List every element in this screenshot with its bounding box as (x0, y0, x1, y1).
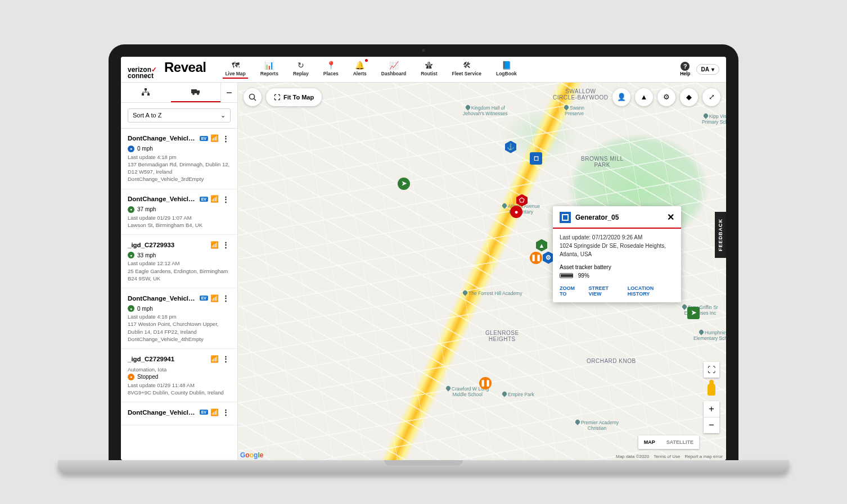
zoom-in-button[interactable]: + (704, 401, 719, 417)
nav-item-dashboard[interactable]: 📈Dashboard (379, 60, 408, 79)
vehicle-item[interactable]: DontChange_Vehicle_4thE...EV📶⋮●0 mphLast… (121, 288, 237, 349)
svg-point-6 (197, 93, 199, 95)
map-poi-label: SwannPreserve (564, 105, 584, 116)
map-marker[interactable]: ◻ (530, 152, 542, 165)
popup-location-history[interactable]: LOCATION HISTORY (628, 285, 674, 297)
feedback-tab[interactable]: FEEDBACK (715, 212, 726, 258)
fullscreen-icon: ⛶ (708, 365, 715, 374)
nav-item-livemap[interactable]: 🗺Live Map (223, 60, 247, 79)
nav-item-logbook[interactable]: 📘LogBook (494, 60, 519, 79)
search-icon (249, 93, 256, 101)
more-icon[interactable]: ⋮ (221, 134, 231, 143)
map-marker[interactable]: ❚❚ (530, 252, 542, 264)
nav-item-alerts[interactable]: 🔔Alerts (351, 60, 369, 79)
map-people-button[interactable]: 👤 (612, 88, 630, 106)
hierarchy-icon (141, 88, 150, 96)
svg-line-8 (254, 98, 256, 101)
sidebar-tab-hierarchy[interactable] (121, 83, 171, 102)
help-button[interactable]: ? Help (680, 62, 690, 76)
more-icon[interactable]: ⋮ (221, 294, 231, 302)
vehicle-status: 37 mph (137, 206, 156, 212)
map-search-button[interactable] (244, 88, 262, 106)
vehicle-name: _igd_C2729933 (128, 242, 208, 248)
signal-icon[interactable]: 📶 (210, 294, 219, 302)
pegman[interactable] (708, 383, 715, 396)
vehicle-item[interactable]: DontChange_Vehicle_With...EV📶⋮●37 mphLas… (121, 189, 237, 235)
svg-point-5 (192, 93, 195, 95)
signal-icon[interactable]: 📶 (210, 355, 219, 363)
vehicle-list[interactable]: DontChange_Vehicle_3rdE...EV📶⋮●0 mphLast… (121, 129, 237, 460)
more-icon[interactable]: ⋮ (221, 355, 231, 363)
map-marker[interactable]: ● (510, 206, 522, 218)
chevron-down-icon: ⌄ (220, 112, 226, 119)
sort-dropdown[interactable]: Sort A to Z ⌄ (128, 108, 231, 122)
battery-icon (560, 273, 573, 278)
fullscreen-button[interactable]: ⛶ (704, 362, 719, 378)
nav-item-fleet[interactable]: 🛠Fleet Service (450, 60, 484, 79)
map-poi-label: Kingdom Hall ofJehovah's Witnesses (463, 105, 508, 116)
brand-line2: connect (128, 73, 157, 79)
vehicle-item[interactable]: _igd_C2729933📶⋮●33 mphLast update 12:12 … (121, 235, 237, 288)
vehicle-item[interactable]: DontChange_Vehicle_1stE...EV📶⋮ (121, 402, 237, 425)
dashboard-icon: 📈 (389, 61, 399, 70)
nav-item-reports[interactable]: 📊Reports (258, 60, 281, 79)
vehicle-meta: DontChange_Vehicle_3rdEmpty (128, 175, 231, 183)
map-poi-label: The Forrest Hill Academy (463, 290, 522, 296)
user-menu[interactable]: DA ▾ (696, 64, 719, 75)
map-type-map[interactable]: MAP (638, 435, 661, 449)
nav-item-routist[interactable]: 🛣Routist (418, 60, 439, 79)
popup-title: Generator_05 (575, 214, 663, 221)
replay-icon: ↻ (298, 61, 304, 70)
more-icon[interactable]: ⋮ (221, 408, 231, 416)
status-icon: ● (128, 146, 134, 152)
signal-icon[interactable]: 📶 (210, 134, 219, 142)
svg-rect-3 (191, 89, 197, 93)
map-area-label: BROWNS MILLPARK (581, 156, 624, 168)
map-expand-button[interactable]: ⤢ (702, 88, 720, 106)
nav-item-places[interactable]: 📍Places (321, 60, 341, 79)
nav-label: Replay (293, 71, 309, 76)
map-sliders-button[interactable]: ⚙ (657, 88, 675, 106)
map-layers-button[interactable]: ◆ (680, 88, 698, 106)
ev-badge: EV (200, 136, 208, 141)
expand-icon: ⤢ (709, 93, 715, 101)
map-marker[interactable]: ➤ (398, 178, 410, 190)
more-icon[interactable]: ⋮ (221, 195, 231, 203)
signal-icon[interactable]: 📶 (210, 195, 219, 203)
vehicle-meta: Last update 4:18 pm (128, 153, 231, 161)
fit-to-map-button[interactable]: ⛶ Fit To Map (266, 88, 322, 106)
status-icon: ● (128, 252, 134, 258)
vehicle-meta: DontChange_Vehicle_4thEmpty (128, 335, 231, 343)
popup-street-view[interactable]: STREET VIEW (588, 285, 620, 297)
asset-icon (560, 212, 571, 223)
vehicle-item[interactable]: DontChange_Vehicle_3rdE...EV📶⋮●0 mphLast… (121, 129, 237, 189)
status-icon: ● (128, 374, 134, 380)
chevron-down-icon: ▾ (711, 66, 714, 72)
app-screen: verizon✓ connect Reveal 🗺Live Map📊Report… (121, 57, 726, 460)
sidebar: – Sort A to Z ⌄ DontChange_Vehicle_3rdE.… (121, 83, 238, 460)
sidebar-tab-vehicles[interactable] (171, 83, 221, 102)
vehicle-name: DontChange_Vehicle_4thE... (128, 295, 197, 302)
map-marker[interactable]: ❚❚ (479, 377, 492, 389)
map[interactable]: SWALLOWCIRCLE-BAYWOODBROWNS MILLPARKGLEN… (238, 83, 726, 460)
ev-badge: EV (200, 197, 208, 202)
ev-badge: EV (200, 296, 208, 301)
vehicle-item[interactable]: _igd_C2729941📶⋮Automation, Iota●StoppedL… (121, 349, 237, 402)
map-type-satellite[interactable]: SATELLITE (661, 435, 699, 449)
sidebar-collapse-button[interactable]: – (220, 83, 237, 102)
signal-icon[interactable]: 📶 (210, 408, 219, 416)
map-asset-button[interactable]: ▲ (635, 88, 653, 106)
popup-zoom-to[interactable]: ZOOM TO (560, 285, 582, 297)
triangle-icon: ▲ (641, 93, 648, 101)
vehicle-icon (191, 88, 201, 96)
signal-icon[interactable]: 📶 (210, 241, 219, 249)
zoom-out-button[interactable]: − (704, 417, 719, 433)
more-icon[interactable]: ⋮ (221, 240, 231, 249)
fit-icon: ⛶ (274, 94, 280, 101)
map-marker[interactable]: ➤ (687, 307, 700, 319)
close-icon[interactable]: ✕ (667, 212, 674, 223)
nav-label: Places (323, 71, 339, 76)
laptop-camera (422, 49, 425, 52)
nav-item-replay[interactable]: ↻Replay (291, 60, 311, 79)
vehicle-meta: 137 Benmadigan Rd, Drimnagh, Dublin 12, … (128, 161, 231, 176)
